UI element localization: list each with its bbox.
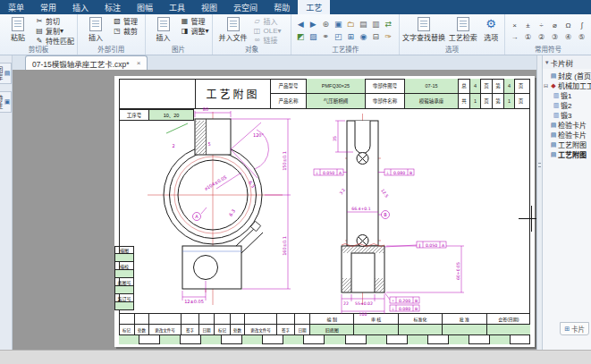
copy-button[interactable]: ▤复制 ▾	[35, 26, 74, 36]
image-adjust-button[interactable]: ◨调整 ▾	[181, 26, 209, 36]
swap-card-icon[interactable]: ⇄	[382, 19, 394, 30]
menu-item[interactable]: 工具	[161, 0, 193, 14]
ribbon-group-symbols: × ± ÷ ⌀ Ω ∫ → ① ② ③ ④ ⑤ 常用符号	[505, 14, 591, 55]
object-insert-button[interactable]: ▱插入	[253, 16, 282, 26]
symbol-button[interactable]: →	[508, 31, 521, 42]
image-insert-button[interactable]: 插入	[148, 16, 179, 45]
symbol-button[interactable]: ÷	[535, 20, 548, 30]
leader-green	[166, 123, 188, 133]
svg-text:B: B	[415, 307, 418, 311]
close-tab-icon[interactable]: ×	[137, 59, 141, 67]
card-preview-tab[interactable]: ⊞ 卡片	[560, 322, 589, 335]
symbol-button[interactable]: ⌀	[548, 20, 561, 30]
play-icon[interactable]: ◉	[357, 31, 369, 43]
options-button[interactable]: ⚙ 选项	[480, 16, 502, 45]
symbol-button[interactable]: ④	[561, 31, 575, 42]
left-dock: ▤图库 ▣特性	[0, 55, 13, 350]
process-search-button[interactable]: 工艺检索	[445, 16, 480, 45]
symbol-button[interactable]: ±	[521, 20, 535, 30]
tree-item-step[interactable]: ▥锻3	[543, 110, 591, 120]
symbol-button[interactable]: ×	[508, 20, 521, 30]
svg-text:3.2: 3.2	[339, 188, 346, 196]
document-tab[interactable]: 07-15模锻轴承座工艺卡.cxp* ×	[25, 55, 148, 70]
menu-item[interactable]: 视图	[193, 0, 225, 14]
edit-card-icon[interactable]: ▣	[332, 19, 344, 30]
drawing-canvas[interactable]: 工艺附图 产品型号 PMFQ30×25 零部件图号 07-15 总 4 页 第 …	[13, 70, 536, 350]
svg-text:35: 35	[333, 136, 337, 141]
technical-drawing: 80 120° 150±0.1 160±0.1 12±0.05 ⌀104±0.0…	[116, 76, 535, 347]
insert-object-icon: ▱	[253, 17, 262, 25]
picture-icon: ▦	[181, 17, 190, 25]
fill-card-icon[interactable]: ◩	[294, 31, 307, 43]
menu-item[interactable]: 插入	[64, 0, 97, 14]
menu-item[interactable]: 云空间	[225, 0, 266, 14]
sheet-icon[interactable]: ⊟	[369, 31, 382, 43]
symbol-button[interactable]: Ω	[561, 20, 575, 30]
menu-bar: 菜单 常用 插入 标注 图幅 工具 视图 云空间 帮助 工艺	[0, 0, 591, 14]
find-replace-icon	[418, 17, 430, 31]
grid-icon[interactable]: ⊞	[344, 31, 357, 43]
tree-item-step[interactable]: ▥锻2	[543, 100, 591, 110]
xref-insert-button[interactable]: 插入	[80, 16, 111, 45]
collapse-icon[interactable]: ⊟	[543, 82, 549, 89]
document-tab-bar: 07-15模锻轴承座工艺卡.cxp* ×	[13, 55, 591, 70]
menu-item[interactable]: 菜单	[0, 0, 32, 14]
link-card-icon[interactable]: ⚭	[319, 31, 332, 43]
symbol-button[interactable]: ∫	[575, 20, 588, 30]
menu-item[interactable]: 标注	[97, 0, 129, 14]
tree-item-process-card[interactable]: ⊟◆机械加工工艺过程卡	[543, 80, 591, 90]
tree-item-step[interactable]: ▥锻1	[543, 90, 591, 100]
ole-button[interactable]: ◫OLE ▾	[253, 26, 282, 35]
svg-text:80: 80	[203, 106, 208, 112]
clip-icon: ◳	[113, 27, 122, 35]
tree-item-attached-figure-active[interactable]: ▤工艺附图	[543, 149, 591, 159]
paste-button[interactable]: 粘贴	[3, 16, 33, 45]
status-bar	[0, 350, 591, 364]
xref-clip-button[interactable]: ◳裁剪	[113, 26, 138, 36]
image-manage-button[interactable]: ▦管理	[181, 16, 209, 26]
chevron-down-icon[interactable]: ▾	[545, 59, 549, 66]
symbol-button[interactable]: ②	[535, 31, 548, 42]
symbol-button[interactable]: ③	[548, 31, 561, 42]
menu-item[interactable]: 帮助	[266, 0, 298, 14]
ribbon-group-xref: 插入 ▧管理 ◳裁剪 外部引用	[78, 14, 146, 55]
menu-item-active[interactable]: 工艺	[298, 0, 330, 14]
symbol-button[interactable]: ⑤	[575, 31, 588, 42]
svg-text:⌖: ⌖	[392, 299, 394, 303]
svg-text:0.050: 0.050	[426, 243, 437, 248]
menu-item[interactable]: 图幅	[129, 0, 161, 14]
process-sheet[interactable]: 工艺附图 产品型号 PMFQ30×25 零部件图号 07-15 总 4 页 第 …	[114, 76, 535, 347]
svg-text:120°: 120°	[253, 132, 265, 138]
tree-item-attached-figure[interactable]: ▤工艺附图	[543, 140, 591, 149]
tree-item-inspection-card[interactable]: ▤检验卡片	[543, 130, 591, 140]
search-icon	[457, 17, 469, 31]
ribbon-group-object: 并入文件 ▱插入 ◫OLE ▾ ∞链接 对象	[213, 14, 292, 55]
card-tree-header: ▾ 卡片树	[543, 55, 591, 69]
find-replace-button[interactable]: 文字查找替换	[402, 16, 445, 45]
base-section-hatch	[342, 247, 384, 254]
card-folder-icon[interactable]: 🗀	[344, 19, 357, 30]
merge-file-button[interactable]: 并入文件	[215, 16, 251, 45]
prev-card-icon[interactable]: ◀	[294, 19, 307, 30]
app-window: 菜单 常用 插入 标注 图幅 工具 视图 云空间 帮助 工艺 粘贴 ✂剪切 ▤复…	[0, 0, 591, 364]
xref-manage-button[interactable]: ▧管理	[113, 16, 138, 26]
new-card-icon[interactable]: ▤	[357, 19, 369, 30]
ribbon-group-clipboard: 粘贴 ✂剪切 ▤复制 ▾ ✎特性匹配 剪切板	[0, 14, 78, 55]
next-card-icon[interactable]: ▶	[307, 19, 319, 30]
table-card-icon[interactable]: ◰	[332, 31, 344, 43]
tree-item-inspection-card[interactable]: ▤检验卡片	[543, 120, 591, 130]
copy-card-icon[interactable]: ▥	[369, 19, 382, 30]
paste-card-icon[interactable]: ▨	[307, 31, 319, 43]
card-tree-panel: ▾ 卡片树 ▤封皮 (首页) ⊟◆机械加工工艺过程卡 ▥锻1 ▥锻2 ▥锻3 ▤…	[542, 55, 591, 350]
ole-icon: ◫	[253, 27, 262, 35]
symbol-button[interactable]: ①	[521, 31, 535, 42]
properties-vertical-tab[interactable]: ▣特性	[0, 91, 12, 113]
menu-item[interactable]: 常用	[32, 0, 64, 14]
copy-icon: ▤	[35, 27, 44, 35]
brush2-icon[interactable]: ✑	[382, 31, 394, 43]
library-vertical-tab[interactable]: ▤图库	[0, 63, 12, 84]
image-icon	[157, 17, 170, 31]
tree-item-cover[interactable]: ▤封皮 (首页)	[543, 71, 591, 80]
cancel-op-icon[interactable]: ⊛	[319, 19, 332, 30]
cut-button[interactable]: ✂剪切	[35, 16, 74, 26]
